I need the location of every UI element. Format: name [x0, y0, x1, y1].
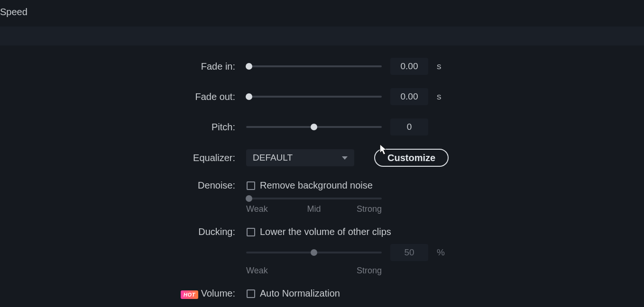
- pitch-slider[interactable]: [246, 126, 382, 128]
- hot-badge: HOT: [181, 290, 198, 299]
- equalizer-label: Equalizer:: [0, 153, 241, 163]
- fade-in-value[interactable]: 0.00: [390, 58, 428, 75]
- volume-row: HOTVolume: Auto Normalization: [0, 288, 644, 299]
- denoise-weak-label: Weak: [246, 204, 268, 214]
- denoise-sub-labels: Weak Mid Strong: [246, 204, 382, 214]
- ducking-checkbox[interactable]: [247, 228, 255, 236]
- denoise-mid-label: Mid: [307, 204, 321, 214]
- equalizer-selected: DEFAULT: [253, 153, 293, 163]
- ducking-weak-label: Weak: [246, 266, 268, 276]
- ducking-label: Ducking:: [0, 226, 241, 237]
- pitch-label: Pitch:: [0, 122, 241, 133]
- ducking-check-label: Lower the volume of other clips: [260, 226, 391, 237]
- ducking-slider-row: 50 %: [0, 244, 644, 261]
- chevron-down-icon: [342, 156, 348, 160]
- fade-in-slider-thumb[interactable]: [246, 63, 252, 70]
- equalizer-dropdown[interactable]: DEFAULT: [246, 149, 354, 166]
- fade-out-unit: s: [437, 91, 442, 102]
- pitch-row: Pitch: 0: [0, 118, 644, 135]
- ducking-slider-thumb[interactable]: [311, 249, 317, 256]
- fade-out-slider[interactable]: [246, 96, 382, 98]
- volume-checkbox[interactable]: [247, 289, 255, 298]
- denoise-checkbox[interactable]: [247, 181, 255, 190]
- audio-settings-panel: Fade in: 0.00 s Fade out: 0.00 s Pitch: …: [0, 47, 644, 307]
- ducking-slider[interactable]: [246, 252, 382, 253]
- subheader-bar: [0, 27, 644, 45]
- fade-out-slider-thumb[interactable]: [246, 93, 252, 100]
- equalizer-row: Equalizer: DEFAULT Customize: [0, 149, 644, 167]
- fade-out-label: Fade out:: [0, 91, 241, 102]
- fade-in-row: Fade in: 0.00 s: [0, 58, 644, 75]
- fade-in-unit: s: [437, 61, 442, 72]
- volume-label-wrap: HOTVolume:: [0, 288, 241, 299]
- fade-out-row: Fade out: 0.00 s: [0, 88, 644, 105]
- volume-label: Volume:: [201, 288, 235, 298]
- ducking-row: Ducking: Lower the volume of other clips: [0, 226, 644, 237]
- pitch-value[interactable]: 0: [390, 118, 428, 135]
- denoise-check-label: Remove background noise: [260, 180, 373, 191]
- header-bar: Speed: [0, 0, 644, 27]
- denoise-label: Denoise:: [0, 180, 241, 191]
- denoise-slider[interactable]: [246, 198, 382, 199]
- ducking-unit: %: [437, 247, 445, 258]
- denoise-row: Denoise: Remove background noise: [0, 180, 644, 191]
- tab-speed[interactable]: Speed: [0, 7, 28, 18]
- pitch-slider-thumb[interactable]: [311, 124, 317, 130]
- fade-in-label: Fade in:: [0, 61, 241, 72]
- denoise-strong-label: Strong: [357, 204, 382, 214]
- ducking-sub-labels: Weak Strong: [246, 266, 382, 276]
- volume-check-label: Auto Normalization: [260, 288, 340, 299]
- denoise-slider-row: [0, 198, 644, 199]
- ducking-value[interactable]: 50: [390, 244, 428, 261]
- customize-button[interactable]: Customize: [374, 149, 449, 167]
- fade-in-slider[interactable]: [246, 65, 382, 67]
- denoise-slider-thumb[interactable]: [246, 195, 252, 202]
- ducking-strong-label: Strong: [357, 266, 382, 276]
- fade-out-value[interactable]: 0.00: [390, 88, 428, 105]
